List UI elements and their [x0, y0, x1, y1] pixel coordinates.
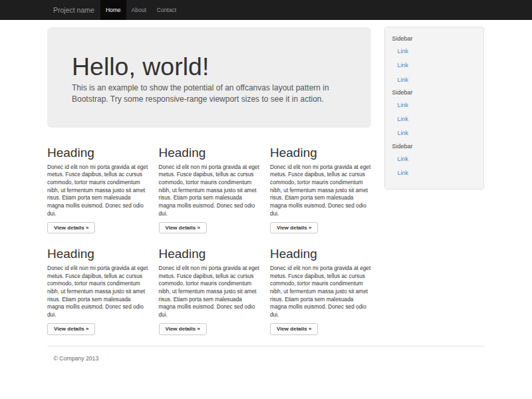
card-heading: Heading: [159, 146, 260, 160]
navbar: Project name Home About Contact: [0, 0, 532, 20]
card-body: Donec id elit non mi porta gravida at eg…: [159, 164, 260, 218]
card: Heading Donec id elit non mi porta gravi…: [270, 233, 371, 334]
sidebar-link[interactable]: Link: [385, 126, 483, 140]
sidebar-link[interactable]: Link: [385, 166, 483, 180]
cards-grid: Heading Donec id elit non mi porta gravi…: [47, 132, 371, 335]
sidebar-group-header: Sidebar: [385, 141, 483, 152]
card: Heading Donec id elit non mi porta gravi…: [270, 132, 371, 233]
view-details-button[interactable]: View details »: [47, 222, 95, 234]
brand-link[interactable]: Project name: [47, 0, 100, 20]
card-body: Donec id elit non mi porta gravida at eg…: [47, 164, 148, 218]
page-title: Hello, world!: [72, 53, 346, 80]
card: Heading Donec id elit non mi porta gravi…: [159, 132, 260, 233]
sidebar-link[interactable]: Link: [385, 98, 483, 112]
card-heading: Heading: [270, 247, 371, 261]
card-body: Donec id elit non mi porta gravida at eg…: [270, 164, 371, 218]
sidebar-group-header: Sidebar: [385, 87, 483, 98]
sidebar-link[interactable]: Link: [385, 73, 483, 87]
view-details-button[interactable]: View details »: [270, 222, 318, 234]
view-details-button[interactable]: View details »: [159, 222, 207, 234]
card-heading: Heading: [47, 146, 148, 160]
card: Heading Donec id elit non mi porta gravi…: [159, 233, 260, 334]
sidebar-group-header: Sidebar: [385, 33, 483, 45]
jumbotron: Hello, world! This is an example to show…: [47, 27, 371, 128]
card-body: Donec id elit non mi porta gravida at eg…: [159, 265, 260, 319]
nav-item-home[interactable]: Home: [100, 0, 126, 20]
sidebar-link[interactable]: Link: [385, 152, 483, 166]
card-heading: Heading: [159, 247, 260, 261]
sidebar-link[interactable]: Link: [385, 59, 483, 72]
sidebar: Sidebar Link Link Link Sidebar Link Link…: [384, 27, 484, 190]
sidebar-link[interactable]: Link: [385, 112, 483, 126]
view-details-button[interactable]: View details »: [270, 323, 318, 335]
footer: © Company 2013: [47, 346, 485, 362]
card: Heading Donec id elit non mi porta gravi…: [47, 233, 148, 334]
card: Heading Donec id elit non mi porta gravi…: [47, 132, 148, 233]
card-body: Donec id elit non mi porta gravida at eg…: [47, 265, 148, 319]
card-body: Donec id elit non mi porta gravida at eg…: [270, 265, 371, 319]
nav-menu: Home About Contact: [100, 0, 182, 20]
sidebar-link[interactable]: Link: [385, 45, 483, 59]
view-details-button[interactable]: View details »: [159, 323, 207, 335]
footer-divider: [47, 346, 485, 346]
nav-item-contact[interactable]: Contact: [152, 0, 182, 20]
view-details-button[interactable]: View details »: [47, 323, 95, 335]
copyright: © Company 2013: [47, 355, 485, 362]
nav-item-about[interactable]: About: [126, 0, 152, 20]
jumbotron-description: This is an example to show the potential…: [72, 82, 346, 106]
card-heading: Heading: [47, 247, 148, 261]
card-heading: Heading: [270, 146, 371, 160]
